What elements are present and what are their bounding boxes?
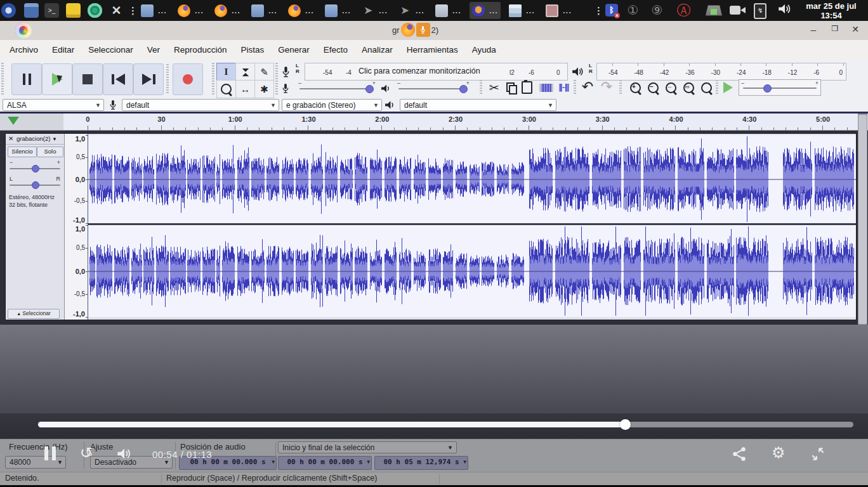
video-volume-button[interactable]	[117, 448, 132, 460]
gain-slider[interactable]: − +	[8, 159, 62, 173]
video-settings-button[interactable]: ⚙	[772, 444, 786, 462]
timeline-ruler[interactable]: 0301:001:302:002:303:003:304:004:305:00	[63, 114, 868, 131]
selection-mode-select[interactable]: Inicio y final de la selección▼	[278, 441, 457, 453]
selection-end-field[interactable]: 00 h 05 m 12,974 s▼	[374, 456, 468, 470]
track-name-menu[interactable]: grabacion(2) ▼	[16, 135, 57, 142]
paste-button[interactable]	[519, 80, 535, 95]
playback-meter-speaker-button[interactable]	[570, 64, 586, 79]
launcher-icon[interactable]	[1, 3, 16, 18]
menu-archivo[interactable]: Archivo	[3, 40, 45, 60]
bluetooth-icon[interactable]: ᛒ✕	[605, 4, 618, 16]
window-titlebar[interactable]: gr 2) – ❒ ✕	[0, 21, 868, 41]
record-meter-monitor-text[interactable]: Clic para comenzar monitorización	[358, 67, 480, 75]
play-speed-slider[interactable]: – +	[739, 79, 821, 96]
window-manager-icon[interactable]	[24, 3, 39, 18]
gain-thumb[interactable]	[32, 165, 39, 172]
menu-ver[interactable]: Ver	[140, 40, 167, 60]
record-volume-slider[interactable]: – +	[297, 80, 377, 95]
play-speed-thumb[interactable]	[763, 84, 772, 93]
playback-meter[interactable]: -54-48-42-36-30-24-18-12-60	[596, 63, 846, 81]
menu-pistas[interactable]: Pistas	[233, 40, 271, 60]
zoom-toggle-button[interactable]	[698, 80, 714, 95]
taskbar-app-firefox[interactable]: ...	[212, 2, 243, 19]
record-meter-mic-button[interactable]	[278, 64, 293, 79]
timeshift-tool-button[interactable]: ↔	[235, 80, 255, 98]
taskbar-app-list[interactable]: ...	[506, 2, 537, 19]
play-pin-icon[interactable]	[8, 117, 19, 125]
track-close-button[interactable]: ✕	[8, 135, 13, 142]
taskbar-app-firefox[interactable]: ...	[286, 2, 317, 19]
menu-herramientas[interactable]: Herramientas	[400, 40, 465, 60]
vertical-scale-ruler[interactable]: 1,00,50,0-0,5-1,01,00,50,0-0,5-1,0	[65, 134, 88, 320]
record-meter[interactable]: -54 -4 Clic para comenzar monitorización…	[305, 63, 568, 81]
close-session-icon[interactable]: ✕	[109, 3, 124, 18]
zoom-in-button[interactable]: +	[627, 80, 643, 95]
rate-select[interactable]: 48000▼	[5, 456, 66, 469]
terminal-icon[interactable]: >_	[44, 3, 59, 18]
tray-dots-icon[interactable]: ⋮	[594, 3, 600, 18]
playback-volume-slider[interactable]: – +	[396, 80, 471, 95]
toolbar-grip[interactable]	[166, 64, 169, 93]
playback-volume-thumb[interactable]	[459, 85, 468, 93]
mute-button[interactable]: Silencio	[8, 146, 37, 157]
video-seek-knob[interactable]	[620, 419, 631, 430]
toolbar-grip[interactable]	[212, 63, 214, 94]
battery-icon[interactable]: ↯	[754, 3, 766, 19]
taskbar-app-send[interactable]: ➤...	[396, 2, 427, 19]
indicator-1-icon[interactable]: ①	[626, 3, 640, 18]
camera-icon[interactable]	[730, 3, 746, 18]
vertical-scrollbar-thumb[interactable]	[858, 115, 867, 324]
maximize-button[interactable]: ❒	[827, 24, 843, 33]
clock[interactable]: mar 25 de jul 13:54	[798, 1, 864, 20]
redo-button[interactable]: ↷	[598, 79, 615, 95]
toolbar-grip[interactable]	[716, 80, 718, 94]
more-dots-icon[interactable]: ⋮	[128, 3, 135, 18]
taskbar-app-firefox[interactable]: ...	[175, 2, 206, 19]
selection-start-field[interactable]: 00 h 00 m 00.000 s▼	[278, 456, 372, 470]
taskbar-app-files[interactable]: ...	[249, 2, 280, 19]
skip-end-button[interactable]	[133, 63, 164, 95]
pan-thumb[interactable]	[32, 181, 39, 189]
video-exit-fullscreen-button[interactable]	[810, 446, 826, 462]
taskbar-app-send[interactable]: ➤...	[359, 2, 390, 19]
zoom-out-button[interactable]: −	[645, 80, 661, 95]
toolbar-grip[interactable]	[480, 80, 482, 94]
undo-button[interactable]: ↶	[579, 79, 596, 95]
zoom-tool-button[interactable]	[216, 80, 236, 98]
zoom-selection-button[interactable]: ↔	[662, 80, 679, 95]
track-select-button[interactable]: ▲ Seleccionar	[8, 309, 60, 319]
draw-tool-button[interactable]: ✎	[254, 63, 274, 81]
taskbar-app-video[interactable]: ...	[543, 2, 574, 19]
waveform-channel-left[interactable]	[88, 135, 856, 223]
screen-recorder-icon[interactable]	[88, 3, 102, 18]
trim-outside-selection-button[interactable]	[538, 80, 554, 95]
input-channels-select[interactable]: e grabación (Stereo)▼	[282, 99, 382, 111]
menu-reproduccin[interactable]: Reproducción	[167, 40, 233, 60]
playback-volume-speaker-button[interactable]	[379, 81, 393, 96]
menu-editar[interactable]: Editar	[45, 40, 81, 60]
solo-button[interactable]: Solo	[37, 146, 63, 157]
multi-tool-button[interactable]: ✱	[254, 80, 274, 98]
minimize-button[interactable]: –	[806, 24, 821, 35]
cut-button[interactable]: ✂	[486, 80, 502, 95]
skip-start-button[interactable]	[103, 63, 133, 95]
taskbar-app-image[interactable]: ...	[433, 2, 464, 19]
menu-ayuda[interactable]: Ayuda	[465, 40, 503, 60]
toolbar-grip[interactable]	[1, 63, 4, 94]
record-volume-thumb[interactable]	[365, 85, 374, 93]
indicator-9-icon[interactable]: ⑨	[650, 3, 664, 18]
menu-generar[interactable]: Generar	[271, 40, 317, 60]
indicator-a-icon[interactable]: Ⓐ	[676, 3, 691, 18]
record-button[interactable]	[173, 63, 203, 95]
video-replay-10-button[interactable]: ↺10	[80, 444, 99, 463]
screenshare-icon[interactable]	[706, 3, 722, 18]
selection-tool-button[interactable]: I	[216, 63, 236, 81]
play-at-speed-button[interactable]	[720, 80, 736, 95]
input-device-select[interactable]: default▼	[122, 99, 279, 111]
toolbar-grip[interactable]	[574, 80, 576, 94]
record-volume-mic-button[interactable]	[278, 81, 293, 96]
taskbar-app-audacity[interactable]: ...	[470, 2, 501, 19]
video-seek-bar[interactable]	[38, 422, 853, 427]
menu-efecto[interactable]: Efecto	[317, 40, 355, 60]
taskbar-app-files[interactable]: ...	[138, 2, 169, 19]
